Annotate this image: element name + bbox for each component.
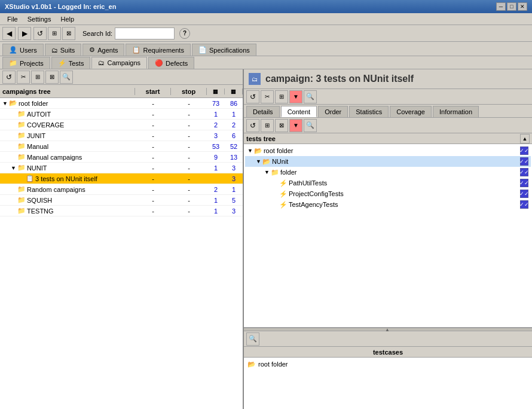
tab-users[interactable]: 👤 Users xyxy=(2,44,44,56)
left-btn-copy[interactable]: ⊞ xyxy=(31,71,44,84)
back-button[interactable]: ◀ xyxy=(2,27,16,40)
test-tree-row[interactable]: ▼📂 NUnit✓ xyxy=(245,156,531,167)
right-btn-copy[interactable]: ⊞ xyxy=(275,90,288,103)
tests-tree-btn-filter[interactable]: ▼ xyxy=(289,119,302,132)
sub-nav-tabs: 📁 Projects ⚡ Tests 🗂 Campaigns 🔴 Defects xyxy=(0,56,532,69)
test-tree-row[interactable]: ▼📂 root folder✓ xyxy=(245,145,531,156)
table-row[interactable]: 📁 SQUISH--15 xyxy=(0,195,243,206)
table-row[interactable]: ▼📁 NUNIT--13 xyxy=(0,163,243,173)
right-content-wrapper: ↺ ⊞ ⊠ ▼ 🔍 tests tree ▲ ▼📂 root folder✓▼📂… xyxy=(244,118,532,409)
maximize-button[interactable]: □ xyxy=(507,2,516,11)
left-btn-add[interactable]: ↺ xyxy=(2,71,16,84)
expand-arrow[interactable]: ▼ xyxy=(264,169,270,175)
test-checkbox[interactable]: ✓ xyxy=(520,200,528,209)
tab-defects[interactable]: 🔴 Defects xyxy=(148,57,194,69)
test-tree-row[interactable]: ⚡ ProjectConfigTests✓ xyxy=(245,188,531,199)
tests-tree-btn-expand[interactable]: ⊞ xyxy=(261,119,274,132)
table-row[interactable]: 📁 AUTOIT--11 xyxy=(0,109,243,120)
col-5: ▦ xyxy=(225,88,243,94)
specifications-icon: 📄 xyxy=(198,46,207,54)
test-tree-row[interactable]: ⚡ TestAgencyTests✓ xyxy=(245,199,531,210)
expand-arrow[interactable]: ▼ xyxy=(2,100,8,106)
tests-tree-section: ↺ ⊞ ⊠ ▼ 🔍 tests tree ▲ ▼📂 root folder✓▼📂… xyxy=(244,118,532,328)
tab-statistics[interactable]: Statistics xyxy=(349,106,389,117)
testcases-section: 🔍 testcases 📂root folder xyxy=(244,331,532,409)
help-button[interactable]: ? xyxy=(179,28,190,39)
tab-details[interactable]: Details xyxy=(246,106,280,117)
test-tree-row[interactable]: ⚡ PathUtilTests✓ xyxy=(245,178,531,188)
test-checkbox[interactable]: ✓ xyxy=(520,157,528,166)
right-btn-filter[interactable]: ▼ xyxy=(289,90,302,103)
tab-tests[interactable]: ⚡ Tests xyxy=(51,57,91,69)
tests-tree-btn-search[interactable]: 🔍 xyxy=(304,119,317,132)
table-row[interactable]: 📁 Manual--5352 xyxy=(0,141,243,152)
campaigns-icon: 🗂 xyxy=(98,59,105,66)
tab-content[interactable]: Content xyxy=(281,106,317,117)
tab-coverage[interactable]: Coverage xyxy=(390,106,432,117)
testcase-row[interactable]: 📂root folder xyxy=(245,359,531,370)
table-row[interactable]: 📁 Manual campaigns--913 xyxy=(0,152,243,163)
search-input[interactable] xyxy=(115,28,175,39)
tests-tree-btn-collapse[interactable]: ⊠ xyxy=(275,119,288,132)
toolbar-btn-action2[interactable]: ⊠ xyxy=(62,27,75,40)
minimize-button[interactable]: ─ xyxy=(496,2,506,11)
tests-icon: ⚡ xyxy=(58,59,66,67)
tab-order[interactable]: Order xyxy=(318,106,348,117)
test-checkbox[interactable]: ✓ xyxy=(520,179,528,187)
content-area: ↺ ✂ ⊞ ⊠ 🔍 campaigns tree start stop ▦ ▦ … xyxy=(0,69,532,409)
table-row[interactable]: 📁 Random campaigns--21 xyxy=(0,184,243,195)
tab-agents[interactable]: ⚙ Agents xyxy=(82,44,124,56)
left-btn-paste[interactable]: ⊠ xyxy=(45,71,59,84)
folder-icon: 📁 xyxy=(17,207,26,215)
testcases-content: 📂root folder xyxy=(244,358,532,409)
table-row[interactable]: 📁 JUNIT--36 xyxy=(0,130,243,141)
testcases-label: testcases xyxy=(373,349,403,356)
toolbar-btn-refresh[interactable]: ↺ xyxy=(33,27,47,40)
table-row[interactable]: 📋 3 tests on NUnit itself--3 xyxy=(0,173,243,184)
toolbar-btn-action1[interactable]: ⊞ xyxy=(48,27,61,40)
right-btn-search[interactable]: 🔍 xyxy=(304,90,317,103)
folder-blue-icon: 📂 xyxy=(262,158,271,166)
close-button[interactable]: ✕ xyxy=(518,2,527,11)
table-row[interactable]: 📁 TESTNG--13 xyxy=(0,206,243,216)
test-tree-row[interactable]: ▼📁 folder✓ xyxy=(245,167,531,178)
table-row[interactable]: 📁 COVERAGE--22 xyxy=(0,120,243,130)
campaign-icon: 📋 xyxy=(26,175,34,182)
testcases-header: testcases xyxy=(244,347,532,358)
tab-suits[interactable]: 🗂 Suits xyxy=(45,44,81,56)
right-btn-refresh[interactable]: ↺ xyxy=(246,90,259,103)
folder-icon: 📁 xyxy=(17,121,26,129)
test-icon: ⚡ xyxy=(279,201,288,209)
folder-icon: 📁 xyxy=(271,169,279,176)
test-checkbox[interactable]: ✓ xyxy=(520,190,528,198)
expand-arrow[interactable]: ▼ xyxy=(256,158,261,164)
tab-projects[interactable]: 📁 Projects xyxy=(2,57,50,69)
expand-arrow[interactable]: ▼ xyxy=(11,165,16,171)
testcase-icon: 📂 xyxy=(247,361,256,368)
test-checkbox[interactable]: ✓ xyxy=(520,168,528,176)
tests-tree-header: tests tree ▲ xyxy=(244,133,532,144)
campaigns-tree: ▼📂 root folder--7386📁 AUTOIT--11📁 COVERA… xyxy=(0,98,243,409)
tab-campaigns[interactable]: 🗂 Campaigns xyxy=(91,57,147,69)
right-btn-cut[interactable]: ✂ xyxy=(261,90,274,103)
left-btn-cut[interactable]: ✂ xyxy=(17,71,30,84)
table-row[interactable]: ▼📂 root folder--7386 xyxy=(0,98,243,109)
tab-specifications[interactable]: 📄 Specifications xyxy=(192,44,256,56)
test-item-name: root folder xyxy=(264,147,519,154)
tests-tree-expand-btn[interactable]: ▲ xyxy=(520,134,530,144)
menu-help[interactable]: Help xyxy=(56,14,79,24)
tab-information[interactable]: Information xyxy=(433,106,479,117)
col-start: start xyxy=(135,88,171,95)
testcases-search-btn[interactable]: 🔍 xyxy=(246,332,259,346)
tab-requirements[interactable]: 📋 Requirements xyxy=(126,44,190,56)
test-checkbox[interactable]: ✓ xyxy=(520,146,528,155)
expand-arrow[interactable]: ▼ xyxy=(247,148,253,154)
tests-tree-btn-refresh[interactable]: ↺ xyxy=(246,119,259,132)
left-btn-search[interactable]: 🔍 xyxy=(60,71,73,84)
menu-settings[interactable]: Settings xyxy=(23,14,56,24)
folder-icon: 📁 xyxy=(17,196,26,204)
menu-file[interactable]: File xyxy=(2,14,23,24)
right-toolbar: ↺ ✂ ⊞ ▼ 🔍 xyxy=(244,89,532,105)
test-item-name: TestAgencyTests xyxy=(289,201,519,208)
forward-button[interactable]: ▶ xyxy=(18,27,31,40)
